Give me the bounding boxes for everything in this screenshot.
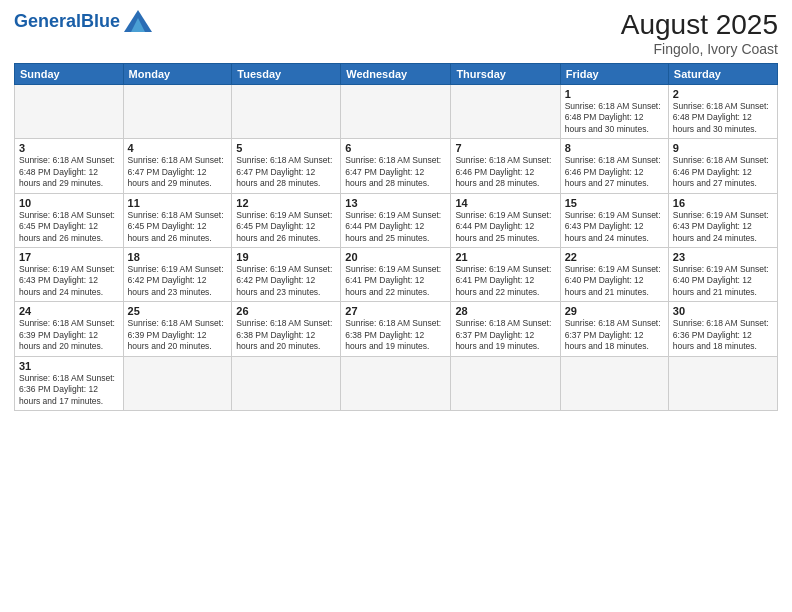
table-row: 2Sunrise: 6:18 AM Sunset: 6:48 PM Daylig… (668, 84, 777, 138)
page: GeneralBlue August 2025 Fingolo, Ivory C… (0, 0, 792, 612)
table-row: 20Sunrise: 6:19 AM Sunset: 6:41 PM Dayli… (341, 248, 451, 302)
day-number: 29 (565, 305, 664, 317)
table-row: 5Sunrise: 6:18 AM Sunset: 6:47 PM Daylig… (232, 139, 341, 193)
table-row (451, 84, 560, 138)
table-row (15, 84, 124, 138)
table-row (560, 356, 668, 410)
day-number: 5 (236, 142, 336, 154)
calendar-table: Sunday Monday Tuesday Wednesday Thursday… (14, 63, 778, 411)
day-info: Sunrise: 6:19 AM Sunset: 6:44 PM Dayligh… (345, 210, 446, 244)
day-number: 18 (128, 251, 228, 263)
day-info: Sunrise: 6:19 AM Sunset: 6:43 PM Dayligh… (565, 210, 664, 244)
header-sunday: Sunday (15, 63, 124, 84)
day-number: 11 (128, 197, 228, 209)
day-number: 22 (565, 251, 664, 263)
day-info: Sunrise: 6:18 AM Sunset: 6:39 PM Dayligh… (128, 318, 228, 352)
table-row: 14Sunrise: 6:19 AM Sunset: 6:44 PM Dayli… (451, 193, 560, 247)
table-row: 30Sunrise: 6:18 AM Sunset: 6:36 PM Dayli… (668, 302, 777, 356)
table-row: 11Sunrise: 6:18 AM Sunset: 6:45 PM Dayli… (123, 193, 232, 247)
day-number: 10 (19, 197, 119, 209)
day-info: Sunrise: 6:19 AM Sunset: 6:42 PM Dayligh… (236, 264, 336, 298)
day-number: 4 (128, 142, 228, 154)
table-row: 21Sunrise: 6:19 AM Sunset: 6:41 PM Dayli… (451, 248, 560, 302)
logo-text: GeneralBlue (14, 12, 120, 30)
table-row (668, 356, 777, 410)
day-info: Sunrise: 6:18 AM Sunset: 6:37 PM Dayligh… (455, 318, 555, 352)
day-info: Sunrise: 6:18 AM Sunset: 6:39 PM Dayligh… (19, 318, 119, 352)
day-number: 24 (19, 305, 119, 317)
day-number: 1 (565, 88, 664, 100)
table-row: 13Sunrise: 6:19 AM Sunset: 6:44 PM Dayli… (341, 193, 451, 247)
table-row: 3Sunrise: 6:18 AM Sunset: 6:48 PM Daylig… (15, 139, 124, 193)
table-row: 9Sunrise: 6:18 AM Sunset: 6:46 PM Daylig… (668, 139, 777, 193)
table-row (341, 84, 451, 138)
day-info: Sunrise: 6:18 AM Sunset: 6:48 PM Dayligh… (19, 155, 119, 189)
day-info: Sunrise: 6:18 AM Sunset: 6:36 PM Dayligh… (19, 373, 119, 407)
table-row: 15Sunrise: 6:19 AM Sunset: 6:43 PM Dayli… (560, 193, 668, 247)
day-info: Sunrise: 6:19 AM Sunset: 6:42 PM Dayligh… (128, 264, 228, 298)
table-row (123, 84, 232, 138)
table-row: 1Sunrise: 6:18 AM Sunset: 6:48 PM Daylig… (560, 84, 668, 138)
weekday-header-row: Sunday Monday Tuesday Wednesday Thursday… (15, 63, 778, 84)
day-number: 26 (236, 305, 336, 317)
table-row: 6Sunrise: 6:18 AM Sunset: 6:47 PM Daylig… (341, 139, 451, 193)
day-info: Sunrise: 6:19 AM Sunset: 6:40 PM Dayligh… (565, 264, 664, 298)
day-info: Sunrise: 6:19 AM Sunset: 6:44 PM Dayligh… (455, 210, 555, 244)
day-number: 9 (673, 142, 773, 154)
day-number: 3 (19, 142, 119, 154)
day-number: 15 (565, 197, 664, 209)
day-info: Sunrise: 6:18 AM Sunset: 6:45 PM Dayligh… (19, 210, 119, 244)
table-row (123, 356, 232, 410)
day-info: Sunrise: 6:18 AM Sunset: 6:38 PM Dayligh… (345, 318, 446, 352)
day-number: 30 (673, 305, 773, 317)
day-number: 25 (128, 305, 228, 317)
day-info: Sunrise: 6:18 AM Sunset: 6:47 PM Dayligh… (345, 155, 446, 189)
table-row (451, 356, 560, 410)
table-row: 25Sunrise: 6:18 AM Sunset: 6:39 PM Dayli… (123, 302, 232, 356)
table-row: 29Sunrise: 6:18 AM Sunset: 6:37 PM Dayli… (560, 302, 668, 356)
table-row: 8Sunrise: 6:18 AM Sunset: 6:46 PM Daylig… (560, 139, 668, 193)
table-row (341, 356, 451, 410)
day-info: Sunrise: 6:18 AM Sunset: 6:46 PM Dayligh… (565, 155, 664, 189)
header-monday: Monday (123, 63, 232, 84)
header-wednesday: Wednesday (341, 63, 451, 84)
day-info: Sunrise: 6:18 AM Sunset: 6:46 PM Dayligh… (455, 155, 555, 189)
table-row: 17Sunrise: 6:19 AM Sunset: 6:43 PM Dayli… (15, 248, 124, 302)
day-info: Sunrise: 6:18 AM Sunset: 6:37 PM Dayligh… (565, 318, 664, 352)
table-row: 23Sunrise: 6:19 AM Sunset: 6:40 PM Dayli… (668, 248, 777, 302)
title-block: August 2025 Fingolo, Ivory Coast (621, 10, 778, 57)
day-info: Sunrise: 6:18 AM Sunset: 6:47 PM Dayligh… (236, 155, 336, 189)
calendar-title: August 2025 (621, 10, 778, 41)
day-number: 7 (455, 142, 555, 154)
table-row (232, 84, 341, 138)
day-number: 19 (236, 251, 336, 263)
table-row: 31Sunrise: 6:18 AM Sunset: 6:36 PM Dayli… (15, 356, 124, 410)
day-info: Sunrise: 6:18 AM Sunset: 6:45 PM Dayligh… (128, 210, 228, 244)
header: GeneralBlue August 2025 Fingolo, Ivory C… (14, 10, 778, 57)
header-friday: Friday (560, 63, 668, 84)
header-thursday: Thursday (451, 63, 560, 84)
table-row: 26Sunrise: 6:18 AM Sunset: 6:38 PM Dayli… (232, 302, 341, 356)
day-info: Sunrise: 6:19 AM Sunset: 6:41 PM Dayligh… (455, 264, 555, 298)
day-info: Sunrise: 6:19 AM Sunset: 6:40 PM Dayligh… (673, 264, 773, 298)
day-number: 8 (565, 142, 664, 154)
table-row: 12Sunrise: 6:19 AM Sunset: 6:45 PM Dayli… (232, 193, 341, 247)
logo-general: General (14, 11, 81, 31)
day-info: Sunrise: 6:19 AM Sunset: 6:43 PM Dayligh… (673, 210, 773, 244)
table-row: 18Sunrise: 6:19 AM Sunset: 6:42 PM Dayli… (123, 248, 232, 302)
day-number: 28 (455, 305, 555, 317)
day-number: 17 (19, 251, 119, 263)
day-number: 31 (19, 360, 119, 372)
day-number: 27 (345, 305, 446, 317)
table-row: 24Sunrise: 6:18 AM Sunset: 6:39 PM Dayli… (15, 302, 124, 356)
day-number: 23 (673, 251, 773, 263)
day-number: 6 (345, 142, 446, 154)
day-number: 20 (345, 251, 446, 263)
table-row (232, 356, 341, 410)
day-number: 16 (673, 197, 773, 209)
day-info: Sunrise: 6:18 AM Sunset: 6:46 PM Dayligh… (673, 155, 773, 189)
day-info: Sunrise: 6:18 AM Sunset: 6:38 PM Dayligh… (236, 318, 336, 352)
logo-icon (124, 10, 152, 32)
day-number: 21 (455, 251, 555, 263)
table-row: 22Sunrise: 6:19 AM Sunset: 6:40 PM Dayli… (560, 248, 668, 302)
